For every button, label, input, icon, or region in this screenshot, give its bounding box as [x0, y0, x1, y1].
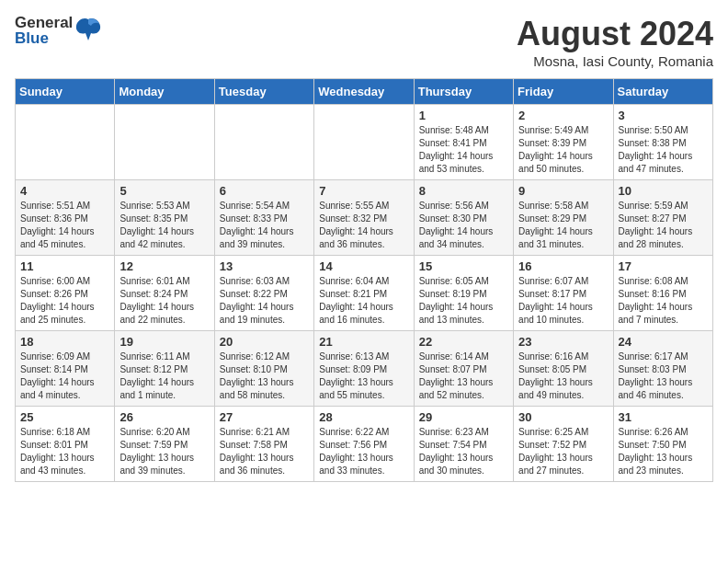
logo-bird-icon — [74, 15, 102, 42]
day-info: Sunrise: 6:03 AMSunset: 8:22 PMDaylight:… — [220, 275, 309, 327]
month-year-title: August 2024 — [517, 15, 713, 53]
day-info: Sunrise: 6:11 AMSunset: 8:12 PMDaylight:… — [119, 350, 209, 402]
title-block: August 2024 Mosna, Iasi County, Romania — [517, 15, 713, 69]
day-info: Sunrise: 6:07 AMSunset: 8:17 PMDaylight:… — [518, 275, 608, 327]
calendar-cell: 21Sunrise: 6:13 AMSunset: 8:09 PMDayligh… — [314, 331, 414, 407]
weekday-header-wednesday: Wednesday — [314, 79, 414, 105]
calendar-cell: 18Sunrise: 6:09 AMSunset: 8:14 PMDayligh… — [16, 331, 115, 407]
calendar-cell: 20Sunrise: 6:12 AMSunset: 8:10 PMDayligh… — [214, 331, 313, 407]
day-info: Sunrise: 6:20 AMSunset: 7:59 PMDaylight:… — [119, 426, 209, 477]
day-info: Sunrise: 5:59 AMSunset: 8:27 PMDaylight:… — [619, 200, 708, 251]
calendar-week-2: 4Sunrise: 5:51 AMSunset: 8:36 PMDaylight… — [16, 180, 713, 256]
day-number: 19 — [119, 335, 209, 349]
day-number: 3 — [619, 109, 708, 122]
calendar-cell: 2Sunrise: 5:49 AMSunset: 8:39 PMDaylight… — [514, 105, 613, 180]
day-number: 26 — [119, 410, 209, 424]
weekday-header-friday: Friday — [514, 79, 613, 105]
calendar-cell: 10Sunrise: 5:59 AMSunset: 8:27 PMDayligh… — [613, 180, 712, 256]
day-info: Sunrise: 6:01 AMSunset: 8:24 PMDaylight:… — [119, 275, 209, 327]
day-info: Sunrise: 6:04 AMSunset: 8:21 PMDaylight:… — [319, 275, 408, 327]
day-number: 10 — [619, 184, 708, 198]
weekday-header-sunday: Sunday — [16, 79, 115, 105]
day-number: 24 — [619, 335, 708, 349]
day-info: Sunrise: 5:48 AMSunset: 8:41 PMDaylight:… — [419, 124, 508, 176]
day-info: Sunrise: 5:49 AMSunset: 8:39 PMDaylight:… — [518, 124, 608, 176]
day-number: 12 — [119, 259, 209, 273]
day-info: Sunrise: 6:09 AMSunset: 8:14 PMDaylight:… — [20, 350, 109, 402]
day-number: 5 — [119, 184, 209, 198]
calendar-cell: 23Sunrise: 6:16 AMSunset: 8:05 PMDayligh… — [514, 331, 613, 407]
day-number: 20 — [220, 335, 309, 349]
calendar-week-4: 18Sunrise: 6:09 AMSunset: 8:14 PMDayligh… — [16, 331, 713, 407]
calendar-cell: 1Sunrise: 5:48 AMSunset: 8:41 PMDaylight… — [414, 105, 513, 180]
day-info: Sunrise: 6:12 AMSunset: 8:10 PMDaylight:… — [220, 350, 309, 402]
day-info: Sunrise: 6:26 AMSunset: 7:50 PMDaylight:… — [619, 426, 708, 477]
calendar-cell: 14Sunrise: 6:04 AMSunset: 8:21 PMDayligh… — [314, 256, 414, 331]
calendar-week-3: 11Sunrise: 6:00 AMSunset: 8:26 PMDayligh… — [16, 256, 713, 331]
day-info: Sunrise: 6:13 AMSunset: 8:09 PMDaylight:… — [319, 350, 408, 402]
calendar-cell: 29Sunrise: 6:23 AMSunset: 7:54 PMDayligh… — [414, 407, 513, 482]
weekday-header-tuesday: Tuesday — [214, 79, 313, 105]
day-number: 9 — [518, 184, 608, 198]
day-info: Sunrise: 5:56 AMSunset: 8:30 PMDaylight:… — [419, 200, 508, 251]
calendar-cell: 26Sunrise: 6:20 AMSunset: 7:59 PMDayligh… — [115, 407, 214, 482]
day-number: 22 — [419, 335, 508, 349]
calendar-cell — [16, 105, 115, 180]
weekday-header-saturday: Saturday — [613, 79, 712, 105]
day-info: Sunrise: 5:50 AMSunset: 8:38 PMDaylight:… — [619, 124, 708, 176]
location-subtitle: Mosna, Iasi County, Romania — [517, 53, 713, 69]
day-number: 6 — [220, 184, 309, 198]
day-number: 30 — [518, 410, 608, 424]
logo-blue: Blue — [15, 30, 73, 46]
calendar-cell: 7Sunrise: 5:55 AMSunset: 8:32 PMDaylight… — [314, 180, 414, 256]
day-number: 13 — [220, 259, 309, 273]
day-info: Sunrise: 6:14 AMSunset: 8:07 PMDaylight:… — [419, 350, 508, 402]
day-info: Sunrise: 6:16 AMSunset: 8:05 PMDaylight:… — [518, 350, 608, 402]
calendar-cell: 12Sunrise: 6:01 AMSunset: 8:24 PMDayligh… — [115, 256, 214, 331]
calendar-cell: 6Sunrise: 5:54 AMSunset: 8:33 PMDaylight… — [214, 180, 313, 256]
calendar-cell: 11Sunrise: 6:00 AMSunset: 8:26 PMDayligh… — [16, 256, 115, 331]
calendar-cell: 30Sunrise: 6:25 AMSunset: 7:52 PMDayligh… — [514, 407, 613, 482]
day-info: Sunrise: 6:08 AMSunset: 8:16 PMDaylight:… — [619, 275, 708, 327]
calendar-cell — [115, 105, 214, 180]
day-number: 2 — [518, 109, 608, 122]
day-number: 31 — [619, 410, 708, 424]
calendar-cell: 31Sunrise: 6:26 AMSunset: 7:50 PMDayligh… — [613, 407, 712, 482]
calendar-cell: 8Sunrise: 5:56 AMSunset: 8:30 PMDaylight… — [414, 180, 513, 256]
calendar-week-5: 25Sunrise: 6:18 AMSunset: 8:01 PMDayligh… — [16, 407, 713, 482]
calendar-cell: 24Sunrise: 6:17 AMSunset: 8:03 PMDayligh… — [613, 331, 712, 407]
page-header: General Blue August 2024 Mosna, Iasi Cou… — [15, 15, 713, 69]
day-info: Sunrise: 5:53 AMSunset: 8:35 PMDaylight:… — [119, 200, 209, 251]
day-number: 25 — [20, 410, 109, 424]
calendar-cell — [214, 105, 313, 180]
day-number: 14 — [319, 259, 408, 273]
day-number: 16 — [518, 259, 608, 273]
day-info: Sunrise: 6:00 AMSunset: 8:26 PMDaylight:… — [20, 275, 109, 327]
day-number: 8 — [419, 184, 508, 198]
weekday-header-thursday: Thursday — [414, 79, 513, 105]
day-number: 18 — [20, 335, 109, 349]
calendar-cell: 25Sunrise: 6:18 AMSunset: 8:01 PMDayligh… — [16, 407, 115, 482]
day-info: Sunrise: 6:21 AMSunset: 7:58 PMDaylight:… — [220, 426, 309, 477]
day-info: Sunrise: 6:22 AMSunset: 7:56 PMDaylight:… — [319, 426, 408, 477]
weekday-header-row: SundayMondayTuesdayWednesdayThursdayFrid… — [16, 79, 713, 105]
calendar-cell: 3Sunrise: 5:50 AMSunset: 8:38 PMDaylight… — [613, 105, 712, 180]
day-info: Sunrise: 5:51 AMSunset: 8:36 PMDaylight:… — [20, 200, 109, 251]
day-info: Sunrise: 5:58 AMSunset: 8:29 PMDaylight:… — [518, 200, 608, 251]
day-info: Sunrise: 6:17 AMSunset: 8:03 PMDaylight:… — [619, 350, 708, 402]
logo-general: General — [15, 15, 73, 30]
weekday-header-monday: Monday — [115, 79, 214, 105]
day-number: 17 — [619, 259, 708, 273]
calendar-cell: 13Sunrise: 6:03 AMSunset: 8:22 PMDayligh… — [214, 256, 313, 331]
day-number: 21 — [319, 335, 408, 349]
calendar-week-1: 1Sunrise: 5:48 AMSunset: 8:41 PMDaylight… — [16, 105, 713, 180]
calendar-table: SundayMondayTuesdayWednesdayThursdayFrid… — [15, 78, 713, 482]
calendar-cell: 17Sunrise: 6:08 AMSunset: 8:16 PMDayligh… — [613, 256, 712, 331]
day-number: 27 — [220, 410, 309, 424]
calendar-cell: 16Sunrise: 6:07 AMSunset: 8:17 PMDayligh… — [514, 256, 613, 331]
day-info: Sunrise: 6:25 AMSunset: 7:52 PMDaylight:… — [518, 426, 608, 477]
calendar-cell: 27Sunrise: 6:21 AMSunset: 7:58 PMDayligh… — [214, 407, 313, 482]
day-info: Sunrise: 5:55 AMSunset: 8:32 PMDaylight:… — [319, 200, 408, 251]
day-number: 15 — [419, 259, 508, 273]
calendar-cell: 22Sunrise: 6:14 AMSunset: 8:07 PMDayligh… — [414, 331, 513, 407]
